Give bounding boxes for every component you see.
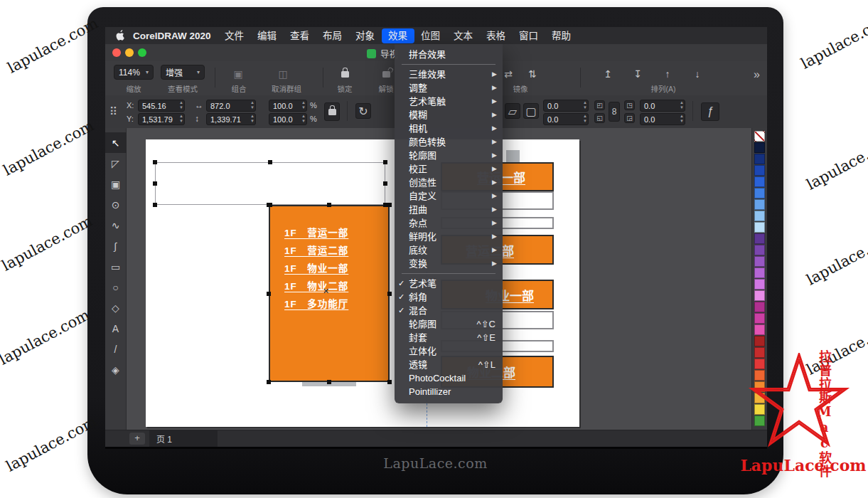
color-swatch[interactable] (754, 245, 765, 255)
menubar-item-表格[interactable]: 表格 (480, 28, 513, 43)
effects-menu-item[interactable]: 模糊▶ (395, 108, 503, 122)
effects-menu-item[interactable]: 调整▶ (395, 81, 503, 95)
menubar-item-查看[interactable]: 查看 (284, 28, 316, 43)
effects-menu-item[interactable]: 立体化 (395, 344, 503, 358)
corner-radius-tr-field[interactable]: 0.0▲▼ (640, 100, 685, 112)
scale-x-field[interactable]: 100.0▲▼ (269, 100, 307, 112)
selection-handle[interactable] (267, 292, 271, 296)
selection-handle[interactable] (153, 160, 157, 164)
bezier-tool-icon[interactable]: ∫ (105, 235, 127, 256)
color-swatch[interactable] (754, 302, 765, 312)
corner-tr-icon[interactable]: ◳ (624, 100, 635, 110)
crop-tool-icon[interactable]: ▣ (105, 174, 127, 194)
menubar-item-对象[interactable]: 对象 (349, 28, 382, 43)
ellipse-tool-icon[interactable]: ○ (105, 277, 127, 297)
menubar-item-窗口[interactable]: 窗口 (513, 28, 545, 43)
menubar-item-布局[interactable]: 布局 (316, 28, 349, 43)
lock-object-icon[interactable] (334, 65, 355, 83)
effects-menu-item[interactable]: ✓混合 (395, 304, 503, 317)
selection-handle[interactable] (327, 203, 331, 207)
menubar-item-效果[interactable]: 效果 (382, 28, 414, 43)
selection-handle[interactable] (383, 160, 387, 164)
effects-menu-item[interactable]: 三维效果▶ (395, 68, 503, 81)
color-swatch[interactable] (754, 165, 765, 176)
arrange-backward-icon[interactable]: ↓ (687, 65, 708, 83)
scale-y-field[interactable]: 100.0▲▼ (269, 113, 307, 125)
gray-shape[interactable] (506, 150, 520, 162)
round-corner-icon[interactable]: ▱ (505, 103, 520, 119)
x-position-field[interactable]: 545.16▲▼ (138, 100, 185, 112)
relative-corner-scaling-icon[interactable]: ƒ (701, 102, 719, 121)
menubar-item-帮助[interactable]: 帮助 (545, 28, 578, 43)
effects-menu-item[interactable]: 校正▶ (395, 162, 503, 176)
effects-menu-item[interactable]: 自定义▶ (395, 189, 503, 203)
view-mode-combo[interactable]: 增强 ▾ (161, 65, 205, 80)
effects-menu-item[interactable]: 艺术笔触▶ (395, 95, 503, 108)
effects-menu-item[interactable]: 创造性▶ (395, 176, 503, 189)
add-page-button[interactable]: + (129, 433, 145, 445)
selection-handle[interactable] (387, 203, 392, 207)
color-swatch[interactable] (754, 211, 765, 221)
zoom-window-button[interactable] (138, 48, 146, 57)
close-window-button[interactable] (112, 48, 121, 57)
mirror-vertical-icon[interactable]: ⇅ (522, 65, 543, 83)
zoom-tool-icon[interactable]: ⊙ (105, 194, 127, 215)
menubar-item-文本[interactable]: 文本 (447, 28, 480, 43)
arrange-forward-icon[interactable]: ↑ (657, 65, 678, 83)
document-page[interactable]: 1F 营运一部1F 营运二部1F 物业一部1F 物业二部1F 多功能厅 营运一部… (146, 139, 579, 427)
color-swatch[interactable] (754, 131, 765, 142)
unlock-object-icon[interactable] (375, 65, 397, 83)
color-swatch[interactable] (754, 199, 765, 210)
arrange-to-front-icon[interactable]: ↥ (597, 65, 618, 83)
effects-menu-item[interactable]: 扭曲▶ (395, 203, 503, 216)
color-swatch[interactable] (754, 154, 765, 164)
object-position-grid-icon[interactable]: ⠿ (109, 105, 117, 118)
effects-menu-item[interactable]: 鲜明化▶ (395, 230, 503, 243)
color-swatch[interactable] (754, 290, 765, 301)
color-swatch[interactable] (754, 324, 765, 335)
corner-radius-tl-field[interactable]: 0.0▲▼ (543, 100, 589, 112)
color-swatch[interactable] (754, 313, 765, 324)
selection-handle[interactable] (267, 203, 271, 207)
polygon-tool-icon[interactable]: ◇ (105, 297, 127, 318)
color-swatch[interactable] (754, 188, 765, 198)
effects-menu-item[interactable]: 拼合效果 (395, 48, 503, 61)
zoom-level-combo[interactable]: 114% ▾ (114, 65, 154, 80)
page-tab[interactable]: 页 1 (149, 430, 218, 447)
group-objects-icon[interactable]: ▣ (227, 65, 249, 83)
pick-tool-icon[interactable]: ↖ (105, 132, 127, 153)
text-tool-icon[interactable]: A (105, 318, 127, 339)
arrange-to-back-icon[interactable]: ↧ (627, 65, 648, 83)
effects-menu-item[interactable]: 变换▶ (395, 257, 503, 270)
ungroup-objects-icon[interactable]: ◫ (272, 65, 294, 83)
corner-br-icon[interactable]: ◲ (624, 113, 635, 123)
y-position-field[interactable]: 1,531.79▲▼ (138, 113, 185, 125)
color-swatch[interactable] (754, 267, 765, 278)
effects-menu-item[interactable]: 透镜^⇧L (395, 358, 503, 371)
corner-tl-icon[interactable]: ◰ (594, 100, 605, 110)
color-swatch[interactable] (754, 256, 765, 267)
effects-menu-item[interactable]: PhotoCocktail (395, 371, 503, 385)
toolbar-overflow-icon[interactable]: » (754, 68, 760, 81)
effects-menu-item[interactable]: 轮廓图▶ (395, 149, 503, 162)
minimize-window-button[interactable] (125, 48, 134, 57)
effects-menu-item[interactable]: 轮廓图^⇧C (395, 317, 503, 331)
menubar-item-编辑[interactable]: 编辑 (251, 28, 284, 43)
selection-handle[interactable] (153, 203, 157, 207)
effects-menu-item[interactable]: 底纹▶ (395, 243, 503, 257)
rectangle-tool-icon[interactable]: ▭ (105, 256, 127, 277)
selection-handle[interactable] (153, 181, 157, 186)
menubar-item-位图[interactable]: 位图 (414, 28, 447, 43)
menubar-item-文件[interactable]: 文件 (218, 28, 251, 43)
line-tool-icon[interactable]: / (105, 339, 127, 359)
selection-handle[interactable] (268, 160, 272, 164)
effects-menu-item[interactable]: 颜色转换▶ (395, 135, 503, 149)
color-swatch[interactable] (754, 336, 765, 346)
effects-menu-item[interactable]: 杂点▶ (395, 216, 503, 230)
selection-handle[interactable] (387, 380, 392, 384)
object-height-field[interactable]: 1,339.71▲▼ (206, 113, 256, 125)
shape-tool-icon[interactable]: ◸ (105, 153, 127, 174)
effects-menu-item[interactable]: Pointillizer (395, 385, 503, 398)
selection-handle[interactable] (327, 380, 331, 384)
effects-menu-item[interactable]: ✓艺术笔 (395, 277, 503, 290)
